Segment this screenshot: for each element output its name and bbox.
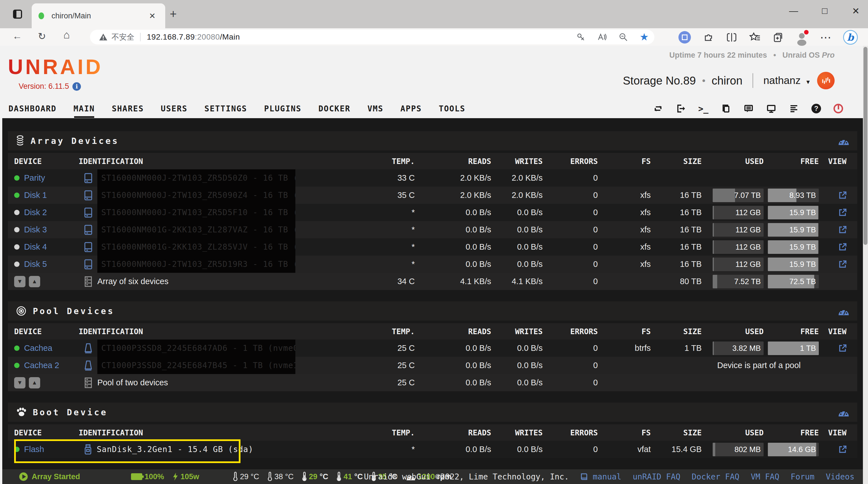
hdd-icon <box>84 190 93 201</box>
fs-value: xfs <box>598 208 651 217</box>
device-link[interactable]: Disk 5 <box>24 260 47 269</box>
hdd-icon <box>84 207 93 218</box>
nav-item-main[interactable]: MAIN <box>73 104 95 116</box>
security-status-label[interactable]: 不安全 <box>112 32 134 42</box>
user-menu[interactable]: nathanz ▼ <box>763 75 811 87</box>
window-maximize-button[interactable]: □ <box>818 6 831 17</box>
spin-up-all-button[interactable]: ▲ <box>29 276 40 287</box>
copilot-icon[interactable]: b <box>843 30 858 45</box>
view-external-link-icon[interactable] <box>838 191 847 200</box>
temp-value: * <box>375 242 415 252</box>
gauge-icon[interactable] <box>838 136 849 146</box>
help-icon[interactable]: ? <box>811 104 821 114</box>
spin-down-all-button[interactable]: ▼ <box>14 377 26 388</box>
device-link[interactable]: Disk 4 <box>24 242 47 252</box>
screenshot-extension-icon[interactable] <box>678 31 691 43</box>
footer-link-unraid-faq[interactable]: unRAID FAQ <box>632 472 680 481</box>
nav-item-users[interactable]: USERS <box>161 104 187 116</box>
url-text[interactable]: 192.168.7.89:20080/Main <box>147 33 240 41</box>
log-icon[interactable] <box>789 103 799 114</box>
free-gauge: 14.6 GB <box>768 443 819 456</box>
fs-value: xfs <box>598 242 651 252</box>
user-avatar[interactable] <box>817 72 835 89</box>
hdd-icon <box>84 242 93 253</box>
refresh-button[interactable]: ↻ <box>38 31 46 42</box>
nav-item-dashboard[interactable]: DASHBOARD <box>8 104 57 116</box>
device-link[interactable]: Cachea 2 <box>24 361 59 370</box>
power-icon[interactable] <box>834 104 843 114</box>
feedback-icon[interactable] <box>744 103 754 114</box>
free-value: 15.9 TB <box>768 258 816 271</box>
table-header: DEVICEIDENTIFICATIONTEMP.READSWRITESERRO… <box>8 424 857 441</box>
device-link[interactable]: Cachea <box>24 344 52 353</box>
read-aloud-icon[interactable] <box>597 33 607 41</box>
scrollbar-thumb[interactable] <box>864 47 867 245</box>
sign-out-icon[interactable] <box>676 103 686 114</box>
window-minimize-button[interactable]: — <box>787 6 800 17</box>
new-tab-button[interactable]: + <box>170 7 177 21</box>
more-menu-icon[interactable]: ⋯ <box>820 32 831 43</box>
footer-link-docker-faq[interactable]: Docker FAQ <box>692 472 740 481</box>
favorites-list-icon[interactable] <box>749 32 761 43</box>
split-screen-icon[interactable] <box>726 32 737 43</box>
used-gauge: 7.52 TB <box>713 275 764 288</box>
extensions-puzzle-icon[interactable] <box>703 32 714 43</box>
browser-profile-avatar[interactable] <box>796 31 808 43</box>
browser-tab[interactable]: chiron/Main ✕ <box>32 3 165 28</box>
spin-down-all-button[interactable]: ▼ <box>14 276 26 287</box>
view-external-link-icon[interactable] <box>838 225 847 234</box>
nav-item-shares[interactable]: SHARES <box>112 104 144 116</box>
home-button[interactable]: ⌂ <box>63 29 70 41</box>
update-os-icon[interactable] <box>653 103 663 114</box>
copy-icon[interactable] <box>721 103 731 114</box>
back-button[interactable]: ← <box>12 31 22 41</box>
window-close-button[interactable]: ✕ <box>849 6 862 17</box>
nav-item-docker[interactable]: DOCKER <box>318 104 350 116</box>
collections-icon[interactable] <box>772 32 784 43</box>
password-key-icon[interactable] <box>576 33 585 41</box>
gauge-icon[interactable] <box>838 306 849 316</box>
nav-item-apps[interactable]: APPS <box>400 104 422 116</box>
footer-link-forum[interactable]: Forum <box>791 472 814 481</box>
nav-item-plugins[interactable]: PLUGINS <box>264 104 301 116</box>
table-header: DEVICEIDENTIFICATIONTEMP.READSWRITESERRO… <box>8 323 857 340</box>
device-link[interactable]: Disk 2 <box>24 208 47 217</box>
tab-actions-icon[interactable] <box>11 8 24 20</box>
address-bar[interactable]: 不安全 192.168.7.89:20080/Main ★ <box>90 30 654 44</box>
status-dot <box>14 261 20 267</box>
display-settings-icon[interactable] <box>766 103 776 114</box>
favorite-star-icon[interactable]: ★ <box>640 31 649 43</box>
zoom-out-icon[interactable] <box>619 33 628 41</box>
temp-stat: 41°C <box>337 472 363 481</box>
nav-item-settings[interactable]: SETTINGS <box>205 104 247 116</box>
device-link[interactable]: Disk 1 <box>24 191 47 200</box>
nav-item-vms[interactable]: VMS <box>368 104 384 116</box>
footer-link-manual[interactable]: manual <box>593 472 621 481</box>
view-external-link-icon[interactable] <box>838 208 847 217</box>
device-link[interactable]: Parity <box>24 173 45 183</box>
footer-link-videos[interactable]: Videos <box>826 472 855 481</box>
info-icon[interactable]: i <box>72 82 81 91</box>
device-link[interactable]: Disk 3 <box>24 225 47 234</box>
gauge-icon[interactable] <box>838 408 849 417</box>
page-scrollbar[interactable] <box>863 46 868 484</box>
temp-stat: 38 °C <box>268 472 294 481</box>
view-external-link-icon[interactable] <box>838 445 847 454</box>
fs-value: xfs <box>598 260 651 269</box>
view-external-link-icon[interactable] <box>838 260 847 269</box>
view-external-link-icon[interactable] <box>838 344 847 353</box>
column-header: WRITES <box>491 157 542 166</box>
size-value: 16 TB <box>651 225 702 234</box>
device-link[interactable]: Flash <box>24 445 44 454</box>
nav-item-tools[interactable]: TOOLS <box>439 104 465 116</box>
reads-value: 0.0 B/s <box>415 208 491 217</box>
errors-value: 0 <box>542 173 598 183</box>
tab-close-icon[interactable]: ✕ <box>146 11 158 21</box>
device-identification-redacted: ST16000NM001G-2KK103_ZL285VJV - 16 TB (s… <box>97 238 296 256</box>
spin-up-all-button[interactable]: ▲ <box>29 377 40 388</box>
view-external-link-icon[interactable] <box>838 243 847 252</box>
reads-value: 0.0 B/s <box>415 445 491 454</box>
footer-link-vm-faq[interactable]: VM FAQ <box>751 472 779 481</box>
terminal-icon[interactable]: >_ <box>698 103 708 114</box>
favicon-icon <box>38 12 44 19</box>
